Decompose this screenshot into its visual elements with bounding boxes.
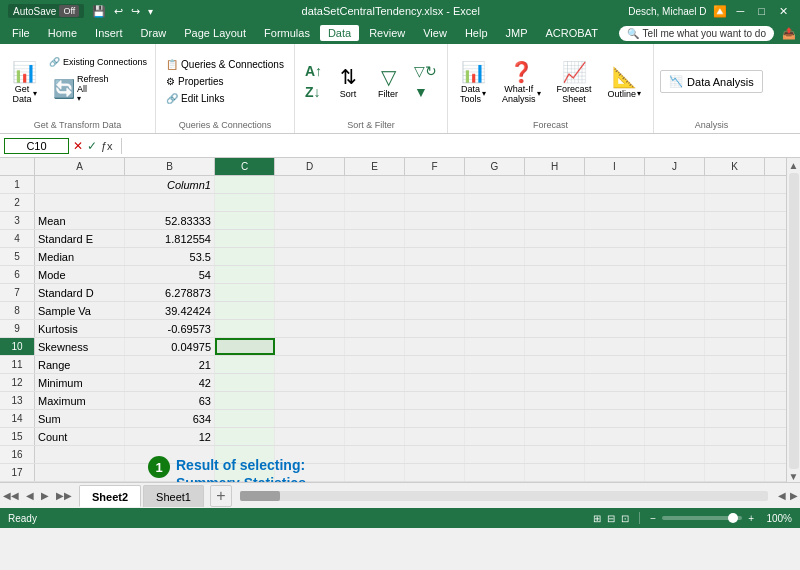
sort-button[interactable]: ⇅ Sort	[330, 61, 366, 103]
cell-c4[interactable]	[215, 230, 275, 247]
cell-c8[interactable]	[215, 302, 275, 319]
advanced-button[interactable]: ▼	[410, 82, 441, 102]
cell-i5[interactable]	[585, 248, 645, 265]
cell-f17[interactable]	[405, 464, 465, 481]
view-layout-icon[interactable]: ⊟	[607, 513, 615, 524]
cell-f16[interactable]	[405, 446, 465, 463]
cell-h11[interactable]	[525, 356, 585, 373]
cell-j12[interactable]	[645, 374, 705, 391]
row-num-17[interactable]: 17	[0, 464, 35, 481]
h-scroll-right[interactable]: ▶	[788, 490, 800, 501]
cell-e6[interactable]	[345, 266, 405, 283]
cell-f5[interactable]	[405, 248, 465, 265]
row-num-9[interactable]: 9	[0, 320, 35, 337]
cell-g5[interactable]	[465, 248, 525, 265]
menu-formulas[interactable]: Formulas	[256, 25, 318, 41]
cell-c10[interactable]	[215, 338, 275, 355]
menu-file[interactable]: File	[4, 25, 38, 41]
close-btn[interactable]: ✕	[775, 5, 792, 18]
undo-icon[interactable]: ↩	[114, 5, 123, 18]
cell-l7[interactable]	[765, 284, 786, 301]
cancel-formula-icon[interactable]: ✕	[73, 139, 83, 153]
cell-b10[interactable]: 0.04975	[125, 338, 215, 355]
cell-f4[interactable]	[405, 230, 465, 247]
cell-h8[interactable]	[525, 302, 585, 319]
tab-last-icon[interactable]: ▶▶	[53, 488, 75, 503]
cell-h7[interactable]	[525, 284, 585, 301]
data-tools-button[interactable]: 📊 Data Tools ▾	[454, 56, 492, 108]
view-normal-icon[interactable]: ⊞	[593, 513, 601, 524]
cell-e13[interactable]	[345, 392, 405, 409]
cell-d8[interactable]	[275, 302, 345, 319]
cell-e8[interactable]	[345, 302, 405, 319]
save-icon[interactable]: 💾	[92, 5, 106, 18]
cell-l13[interactable]	[765, 392, 786, 409]
h-scroll-thumb[interactable]	[240, 491, 280, 501]
name-box[interactable]	[4, 138, 69, 154]
cell-d10[interactable]	[275, 338, 345, 355]
cell-b4[interactable]: 1.812554	[125, 230, 215, 247]
cell-j2[interactable]	[645, 194, 705, 211]
col-header-j[interactable]: J	[645, 158, 705, 175]
col-header-f[interactable]: F	[405, 158, 465, 175]
cell-e5[interactable]	[345, 248, 405, 265]
cell-h14[interactable]	[525, 410, 585, 427]
redo-icon[interactable]: ↪	[131, 5, 140, 18]
cell-e11[interactable]	[345, 356, 405, 373]
cell-e4[interactable]	[345, 230, 405, 247]
cell-j1[interactable]	[645, 176, 705, 193]
cell-b1[interactable]: Column1	[125, 176, 215, 193]
minimize-btn[interactable]: ─	[733, 5, 749, 17]
cell-k1[interactable]	[705, 176, 765, 193]
cell-i13[interactable]	[585, 392, 645, 409]
row-num-3[interactable]: 3	[0, 212, 35, 229]
cell-l9[interactable]	[765, 320, 786, 337]
cell-f7[interactable]	[405, 284, 465, 301]
cell-l16[interactable]	[765, 446, 786, 463]
vertical-scrollbar[interactable]: ▲ ▼	[786, 158, 800, 482]
cell-h17[interactable]	[525, 464, 585, 481]
cell-b15[interactable]: 12	[125, 428, 215, 445]
row-num-12[interactable]: 12	[0, 374, 35, 391]
cell-d5[interactable]	[275, 248, 345, 265]
cell-c11[interactable]	[215, 356, 275, 373]
cell-i17[interactable]	[585, 464, 645, 481]
scroll-down-icon[interactable]: ▼	[789, 471, 799, 482]
cell-a16[interactable]	[35, 446, 125, 463]
col-header-k[interactable]: K	[705, 158, 765, 175]
properties-button[interactable]: ⚙ Properties	[162, 74, 288, 89]
cell-c13[interactable]	[215, 392, 275, 409]
cell-j11[interactable]	[645, 356, 705, 373]
row-num-8[interactable]: 8	[0, 302, 35, 319]
cell-i6[interactable]	[585, 266, 645, 283]
cell-h13[interactable]	[525, 392, 585, 409]
filter-button[interactable]: ▽ Filter	[370, 61, 406, 103]
cell-f9[interactable]	[405, 320, 465, 337]
tab-next-icon[interactable]: ▶	[38, 488, 52, 503]
menu-insert[interactable]: Insert	[87, 25, 131, 41]
tab-prev-icon[interactable]: ◀	[23, 488, 37, 503]
cell-k9[interactable]	[705, 320, 765, 337]
cell-l3[interactable]	[765, 212, 786, 229]
cell-g4[interactable]	[465, 230, 525, 247]
cell-h6[interactable]	[525, 266, 585, 283]
cell-a8[interactable]: Sample Va	[35, 302, 125, 319]
data-analysis-button[interactable]: 📉 Data Analysis	[660, 70, 763, 93]
scroll-thumb[interactable]	[789, 173, 799, 469]
cell-a15[interactable]: Count	[35, 428, 125, 445]
cell-h4[interactable]	[525, 230, 585, 247]
row-num-13[interactable]: 13	[0, 392, 35, 409]
cell-g15[interactable]	[465, 428, 525, 445]
cell-c5[interactable]	[215, 248, 275, 265]
cell-f12[interactable]	[405, 374, 465, 391]
cell-e7[interactable]	[345, 284, 405, 301]
menu-pagelayout[interactable]: Page Layout	[176, 25, 254, 41]
cell-d12[interactable]	[275, 374, 345, 391]
cell-b9[interactable]: -0.69573	[125, 320, 215, 337]
queries-connections-button[interactable]: 📋 Queries & Connections	[162, 57, 288, 72]
cell-a14[interactable]: Sum	[35, 410, 125, 427]
tab-first-icon[interactable]: ◀◀	[0, 488, 22, 503]
cell-d2[interactable]	[275, 194, 345, 211]
cell-c15[interactable]	[215, 428, 275, 445]
row-num-14[interactable]: 14	[0, 410, 35, 427]
